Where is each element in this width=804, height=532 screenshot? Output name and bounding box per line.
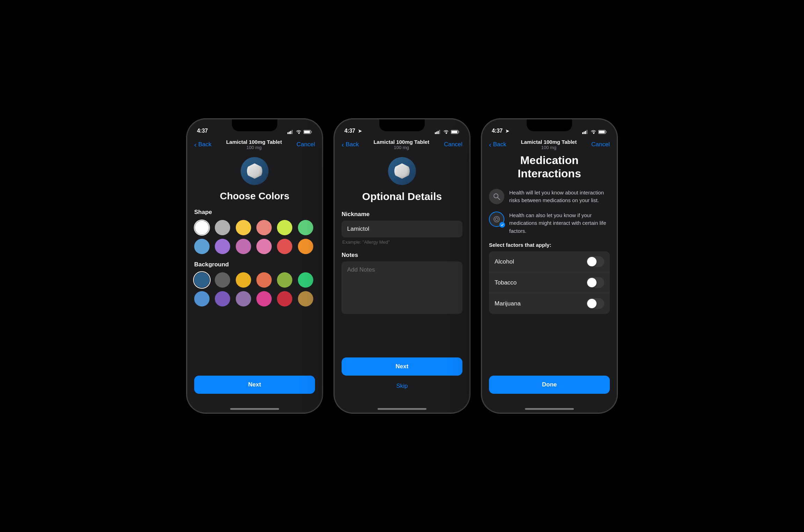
nickname-input[interactable]	[342, 221, 462, 237]
toggle-marijuana[interactable]	[586, 298, 604, 309]
cancel-button-1[interactable]: Cancel	[297, 141, 315, 148]
notes-label: Notes	[342, 252, 462, 259]
next-button-2[interactable]: Next	[342, 357, 462, 376]
time-1: 4:37	[197, 128, 208, 134]
svg-rect-8	[436, 132, 437, 134]
shape-color-red[interactable]	[277, 239, 292, 254]
shape-color-yellow[interactable]	[236, 220, 251, 235]
wifi-icon-3	[591, 130, 596, 134]
status-bar-3: 4:37 ➤	[482, 119, 617, 137]
time-2: 4:37 ➤	[344, 128, 362, 134]
svg-point-23	[494, 216, 499, 222]
home-bar-1	[230, 408, 279, 410]
bg-color-teal[interactable]	[298, 272, 313, 288]
svg-rect-10	[439, 130, 440, 134]
screen-title-1: Choose Colors	[194, 191, 315, 202]
svg-rect-7	[435, 132, 436, 134]
home-bar-3	[525, 408, 574, 410]
shape-label-1: Shape	[194, 209, 315, 216]
svg-rect-14	[582, 132, 583, 134]
bg-color-grid-1	[194, 272, 315, 306]
factor-name-marijuana: Marijuana	[495, 300, 521, 307]
next-button-1[interactable]: Next	[194, 376, 315, 394]
svg-rect-20	[599, 131, 605, 133]
cancel-button-3[interactable]: Cancel	[591, 141, 610, 148]
shape-color-lime[interactable]	[277, 220, 292, 235]
toggle-tobacco[interactable]	[586, 277, 604, 288]
svg-rect-15	[584, 132, 585, 134]
back-button-2[interactable]: ‹ Back	[342, 141, 359, 149]
time-3: 4:37 ➤	[492, 128, 509, 134]
done-button-3[interactable]: Done	[489, 376, 610, 394]
bg-color-coral[interactable]	[256, 272, 272, 288]
svg-rect-3	[292, 130, 293, 134]
svg-rect-5	[311, 131, 312, 133]
skip-button-2[interactable]: Skip	[342, 378, 462, 394]
factor-row-marijuana: Marijuana	[489, 293, 610, 314]
toggle-alcohol[interactable]	[586, 256, 604, 267]
bg-color-hot-pink[interactable]	[256, 291, 272, 306]
nav-title-main-1: Lamictal 100mg Tablet	[211, 139, 297, 145]
factor-name-tobacco: Tobacco	[495, 279, 517, 286]
shape-color-light-pink[interactable]	[256, 239, 272, 254]
location-icon-2: ➤	[358, 128, 362, 134]
shape-color-orange[interactable]	[298, 239, 313, 254]
nav-bar-1: ‹ Back Lamictal 100mg Tablet 100 mg Canc…	[187, 137, 322, 154]
wifi-icon-1	[296, 130, 301, 134]
bg-color-dusty-purple[interactable]	[236, 291, 251, 306]
nickname-label: Nickname	[342, 211, 462, 218]
nav-title-sub-2: 100 mg	[359, 145, 444, 150]
bg-color-dark-gray[interactable]	[215, 272, 230, 288]
shape-color-light-gray[interactable]	[215, 220, 230, 235]
back-chevron-2: ‹	[342, 141, 344, 149]
nav-bar-2: ‹ Back Lamictal 100mg Tablet 100 mg Canc…	[335, 137, 469, 154]
shape-color-green[interactable]	[298, 220, 313, 235]
notes-input[interactable]	[342, 261, 462, 314]
bg-color-crimson[interactable]	[277, 291, 292, 306]
back-button-1[interactable]: ‹ Back	[194, 141, 211, 149]
home-indicator-3	[482, 401, 617, 413]
optional-title: Optional Details	[342, 191, 462, 202]
bg-color-violet[interactable]	[215, 291, 230, 306]
svg-point-21	[494, 194, 498, 198]
signal-icon-1	[287, 130, 294, 134]
battery-icon-2	[451, 130, 460, 134]
svg-rect-16	[585, 131, 586, 134]
bg-color-olive[interactable]	[277, 272, 292, 288]
factor-row-alcohol: Alcohol	[489, 251, 610, 272]
svg-rect-19	[606, 131, 607, 133]
back-label-3: Back	[493, 141, 506, 148]
status-icons-1	[287, 130, 312, 134]
back-chevron-1: ‹	[194, 141, 197, 149]
shape-color-pink[interactable]	[256, 220, 272, 235]
cancel-button-2[interactable]: Cancel	[444, 141, 462, 148]
check-icon	[489, 212, 504, 227]
nav-title-sub-1: 100 mg	[211, 145, 297, 150]
svg-point-24	[495, 218, 498, 221]
shape-color-white[interactable]	[194, 220, 210, 235]
svg-rect-2	[290, 131, 291, 134]
med-icon-2	[388, 157, 416, 185]
med-icon-1	[241, 157, 269, 185]
bg-color-gold[interactable]	[236, 272, 251, 288]
factors-card: AlcoholTobaccoMarijuana	[489, 251, 610, 314]
back-label-2: Back	[346, 141, 359, 148]
back-button-3[interactable]: ‹ Back	[489, 141, 506, 149]
shape-color-purple[interactable]	[215, 239, 230, 254]
med-icon-container-1	[194, 157, 315, 185]
home-indicator-2	[335, 401, 469, 413]
nav-title-main-3: Lamictal 100mg Tablet	[506, 139, 591, 145]
bg-color-dark-blue[interactable]	[194, 272, 210, 288]
nav-title-1: Lamictal 100mg Tablet 100 mg	[211, 139, 297, 150]
signal-icon-3	[582, 130, 589, 134]
shape-color-mauve[interactable]	[236, 239, 251, 254]
search-icon	[489, 189, 504, 204]
nav-title-2: Lamictal 100mg Tablet 100 mg	[359, 139, 444, 150]
nav-title-3: Lamictal 100mg Tablet 100 mg	[506, 139, 591, 150]
pill-shape-2	[394, 163, 410, 179]
info-row-1: Health will let you know about interacti…	[489, 189, 610, 205]
signal-icon-2	[435, 130, 441, 134]
bg-color-tan[interactable]	[298, 291, 313, 306]
bg-color-sky-blue[interactable]	[194, 291, 210, 306]
shape-color-blue[interactable]	[194, 239, 210, 254]
